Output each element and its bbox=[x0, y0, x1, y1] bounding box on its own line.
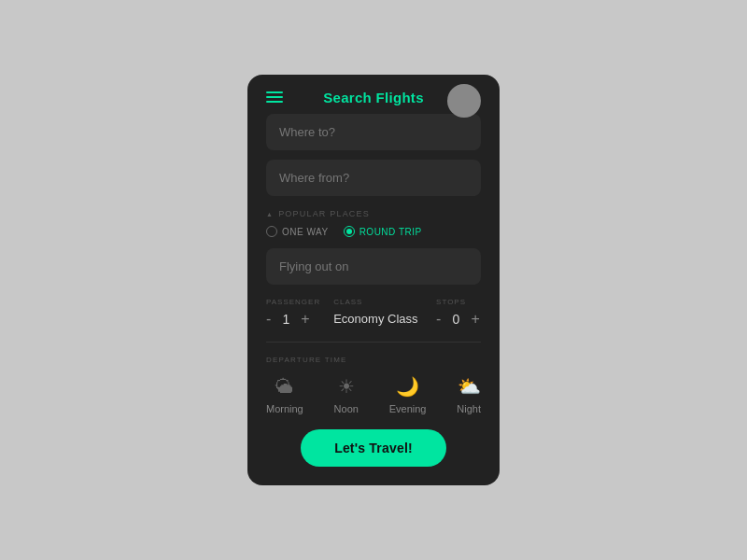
stops-minus-button[interactable]: - bbox=[436, 312, 441, 327]
controls-row: PASSENGER - 1 + CLASS Economy Class STOP… bbox=[266, 298, 481, 327]
departure-section: DEPARTURE TIME 🌥 Morning ☀ Noon 🌙 Evenin… bbox=[266, 356, 481, 414]
trip-option-round-trip[interactable]: ROUND TRIP bbox=[344, 226, 422, 237]
menu-icon[interactable] bbox=[266, 91, 283, 103]
time-option-noon[interactable]: ☀ Noon bbox=[334, 375, 359, 414]
passenger-plus-button[interactable]: + bbox=[301, 312, 309, 327]
avatar bbox=[447, 84, 481, 118]
page-title: Search Flights bbox=[323, 90, 424, 105]
stops-plus-button[interactable]: + bbox=[471, 312, 479, 327]
body: POPULAR PLACES ONE WAY ROUND TRIP PASSEN… bbox=[247, 114, 500, 485]
departure-label: DEPARTURE TIME bbox=[266, 356, 481, 364]
trip-round-trip-label: ROUND TRIP bbox=[359, 227, 422, 237]
class-label: CLASS bbox=[333, 298, 423, 306]
radio-round-trip bbox=[344, 226, 355, 237]
cta-row: Let's Travel! bbox=[266, 429, 481, 467]
time-option-evening[interactable]: 🌙 Evening bbox=[389, 375, 427, 414]
class-value[interactable]: Economy Class bbox=[333, 312, 423, 326]
night-label: Night bbox=[457, 403, 481, 414]
trip-type-row: ONE WAY ROUND TRIP bbox=[266, 226, 481, 237]
passenger-value: 1 bbox=[278, 312, 293, 327]
trip-one-way-label: ONE WAY bbox=[282, 227, 329, 237]
passenger-group: PASSENGER - 1 + bbox=[266, 298, 320, 327]
passenger-stepper: - 1 + bbox=[266, 312, 320, 327]
morning-icon: 🌥 bbox=[275, 376, 294, 398]
noon-icon: ☀ bbox=[338, 375, 355, 398]
passenger-label: PASSENGER bbox=[266, 298, 320, 306]
morning-label: Morning bbox=[266, 403, 303, 414]
noon-label: Noon bbox=[334, 403, 359, 414]
night-icon: ⛅ bbox=[458, 375, 481, 398]
stops-group: STOPS - 0 + bbox=[436, 298, 481, 327]
where-from-input[interactable] bbox=[266, 160, 481, 196]
where-to-input[interactable] bbox=[266, 114, 481, 150]
passenger-minus-button[interactable]: - bbox=[266, 312, 271, 327]
stops-value: 0 bbox=[448, 312, 463, 327]
class-group: CLASS Economy Class bbox=[333, 298, 423, 326]
radio-one-way bbox=[266, 226, 277, 237]
time-option-morning[interactable]: 🌥 Morning bbox=[266, 376, 303, 414]
stops-label: STOPS bbox=[436, 298, 481, 306]
divider bbox=[266, 342, 481, 343]
header: Search Flights bbox=[247, 75, 500, 114]
evening-icon: 🌙 bbox=[396, 375, 419, 398]
app-container: Search Flights POPULAR PLACES ONE WAY RO… bbox=[247, 75, 500, 485]
trip-option-one-way[interactable]: ONE WAY bbox=[266, 226, 329, 237]
stops-stepper: - 0 + bbox=[436, 312, 481, 327]
time-option-night[interactable]: ⛅ Night bbox=[457, 375, 481, 414]
lets-travel-button[interactable]: Let's Travel! bbox=[301, 429, 446, 467]
evening-label: Evening bbox=[389, 403, 427, 414]
popular-places-label: POPULAR PLACES bbox=[266, 209, 481, 218]
flying-out-input[interactable] bbox=[266, 248, 481, 285]
time-options: 🌥 Morning ☀ Noon 🌙 Evening ⛅ Night bbox=[266, 375, 481, 414]
